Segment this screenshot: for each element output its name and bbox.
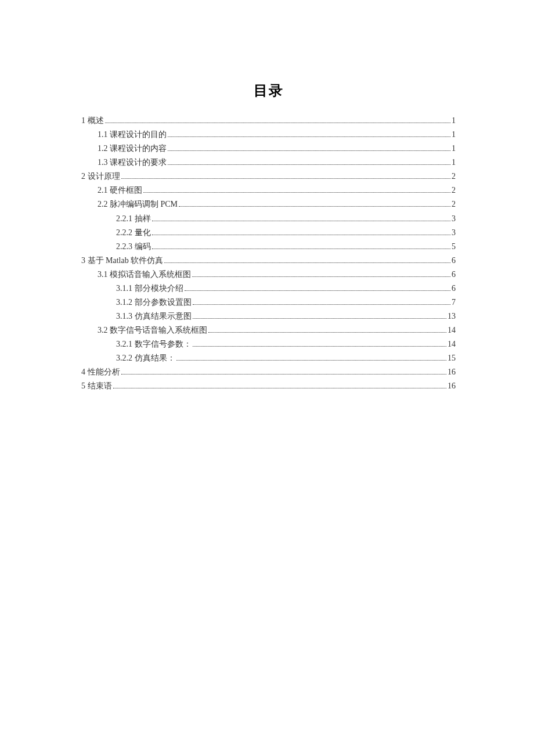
toc-entry-page: 3 <box>452 212 456 226</box>
toc-entry: 2.2.3 编码5 <box>81 240 456 254</box>
toc-entry-label: 2.2.2 量化 <box>116 226 151 240</box>
toc-leader-dots <box>168 136 450 137</box>
toc-leader-dots <box>176 360 447 361</box>
toc-entry-label: 2.2.1 抽样 <box>116 212 151 226</box>
toc-entry-page: 6 <box>452 268 456 282</box>
toc-leader-dots <box>168 164 450 165</box>
toc-leader-dots <box>164 262 450 263</box>
toc-leader-dots <box>113 388 447 388</box>
toc-leader-dots <box>143 192 450 193</box>
toc-entry-page: 15 <box>448 351 456 365</box>
toc-leader-dots <box>185 290 451 291</box>
toc-entry-page: 6 <box>452 282 456 296</box>
toc-entry-label: 3.1.3 仿真结果示意图 <box>116 309 192 323</box>
toc-entry: 1.1 课程设计的目的1 <box>81 128 456 142</box>
toc-entry-page: 1 <box>452 142 456 156</box>
toc-entry: 3.1.1 部分模块介绍6 <box>81 282 456 296</box>
toc-list: 1 概述11.1 课程设计的目的11.2 课程设计的内容11.3 课程设计的要求… <box>81 114 456 394</box>
toc-entry: 2.2 脉冲编码调制 PCM2 <box>81 197 456 211</box>
toc-entry: 3.1.2 部分参数设置图7 <box>81 296 456 309</box>
toc-entry-page: 3 <box>452 226 456 240</box>
toc-entry-page: 14 <box>448 323 456 337</box>
toc-leader-dots <box>168 150 450 151</box>
toc-entry-label: 3.2.1 数字信号参数： <box>116 337 192 351</box>
toc-leader-dots <box>152 249 451 249</box>
toc-entry-label: 3.1.2 部分参数设置图 <box>116 296 192 309</box>
toc-entry: 3 基于 Matlab 软件仿真6 <box>81 254 456 268</box>
toc-entry-page: 14 <box>448 337 456 351</box>
toc-entry: 3.2 数字信号话音输入系统框图14 <box>81 323 456 337</box>
toc-entry-label: 2 设计原理 <box>81 170 120 183</box>
toc-entry-label: 1.2 课程设计的内容 <box>98 142 167 156</box>
toc-entry-page: 2 <box>452 170 456 183</box>
toc-entry-page: 2 <box>452 197 456 211</box>
toc-entry-page: 13 <box>448 309 456 323</box>
toc-entry-label: 2.2 脉冲编码调制 PCM <box>98 197 178 211</box>
toc-leader-dots <box>121 374 447 375</box>
toc-entry: 2.2.2 量化3 <box>81 226 456 240</box>
toc-entry: 3.1.3 仿真结果示意图13 <box>81 309 456 323</box>
toc-entry-page: 7 <box>452 296 456 309</box>
toc-leader-dots <box>121 178 451 179</box>
toc-entry: 2.1 硬件框图2 <box>81 183 456 197</box>
toc-entry-label: 3.1.1 部分模块介绍 <box>116 282 183 296</box>
toc-leader-dots <box>193 318 447 319</box>
toc-entry-label: 2.1 硬件框图 <box>98 183 142 197</box>
toc-entry-page: 1 <box>452 114 456 128</box>
toc-entry-label: 1.1 课程设计的目的 <box>98 128 167 142</box>
toc-entry-label: 3 基于 Matlab 软件仿真 <box>81 254 163 268</box>
toc-entry-label: 3.2.2 仿真结果： <box>116 351 175 365</box>
toc-entry: 3.1 模拟话音输入系统框图6 <box>81 268 456 282</box>
toc-entry-label: 2.2.3 编码 <box>116 240 151 254</box>
toc-entry-label: 5 结束语 <box>81 379 112 393</box>
toc-entry-page: 1 <box>452 156 456 170</box>
toc-entry-page: 1 <box>452 128 456 142</box>
toc-leader-dots <box>152 235 451 235</box>
toc-entry: 1.2 课程设计的内容1 <box>81 142 456 156</box>
toc-entry: 1 概述1 <box>81 114 456 128</box>
toc-entry: 1.3 课程设计的要求1 <box>81 156 456 170</box>
toc-entry: 4 性能分析16 <box>81 365 456 379</box>
toc-leader-dots <box>179 206 450 207</box>
toc-leader-dots <box>105 123 451 123</box>
toc-entry-label: 1.3 课程设计的要求 <box>98 156 167 170</box>
toc-entry: 3.2.2 仿真结果：15 <box>81 351 456 365</box>
toc-entry-label: 1 概述 <box>81 114 104 128</box>
toc-entry: 2.2.1 抽样3 <box>81 212 456 226</box>
toc-entry: 2 设计原理2 <box>81 170 456 183</box>
toc-entry-page: 5 <box>452 240 456 254</box>
toc-entry: 3.2.1 数字信号参数：14 <box>81 337 456 351</box>
toc-leader-dots <box>192 276 450 277</box>
toc-entry-page: 16 <box>448 379 456 393</box>
toc-leader-dots <box>152 221 451 221</box>
toc-leader-dots <box>193 346 447 347</box>
toc-leader-dots <box>208 332 446 333</box>
toc-title: 目录 <box>81 81 456 100</box>
toc-entry-label: 3.2 数字信号话音输入系统框图 <box>98 323 207 337</box>
toc-entry-label: 3.1 模拟话音输入系统框图 <box>98 268 191 282</box>
toc-entry-label: 4 性能分析 <box>81 365 120 379</box>
toc-leader-dots <box>193 304 451 305</box>
toc-entry-page: 6 <box>452 254 456 268</box>
toc-entry-page: 2 <box>452 183 456 197</box>
toc-entry: 5 结束语16 <box>81 379 456 393</box>
toc-entry-page: 16 <box>448 365 456 379</box>
